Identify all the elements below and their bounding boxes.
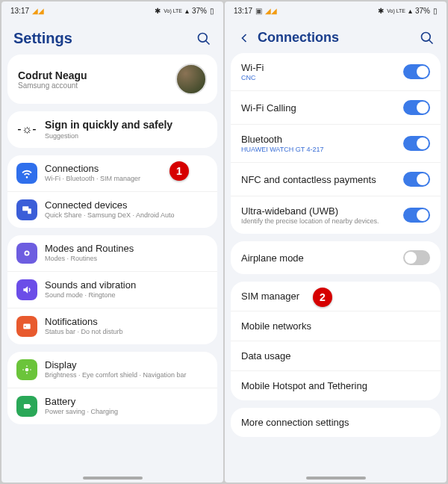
signal-icon: ▴ xyxy=(408,7,412,15)
wifi-calling-toggle[interactable] xyxy=(403,100,430,115)
svg-point-0 xyxy=(199,33,208,42)
home-indicator[interactable] xyxy=(83,477,143,480)
sound-icon xyxy=(16,279,37,300)
svg-rect-3 xyxy=(28,208,31,214)
home-indicator[interactable] xyxy=(306,477,366,480)
bt-icon: ✱ xyxy=(378,7,384,15)
svg-point-5 xyxy=(25,252,28,255)
badge-1: 1 xyxy=(169,161,189,181)
app-icons: ▣ xyxy=(255,7,262,15)
bulb-icon: -☼- xyxy=(16,119,37,140)
group-connections: ConnectionsWi-Fi · Bluetooth · SIM manag… xyxy=(7,155,217,228)
page-title: Connections xyxy=(258,30,339,46)
back-icon[interactable] xyxy=(237,31,252,46)
avatar[interactable] xyxy=(175,63,207,95)
wifi-icon xyxy=(16,163,37,184)
svg-line-16 xyxy=(429,40,433,43)
search-icon[interactable] xyxy=(196,31,211,46)
svg-line-1 xyxy=(206,40,210,44)
item-more-conn[interactable]: More connection settings xyxy=(231,408,441,437)
status-bar: 13:17▣◢◢ ✱Vo) LTE▴37%▯ xyxy=(225,1,447,19)
item-uwb[interactable]: Ultra-wideband (UWB)Identify the precise… xyxy=(231,196,441,234)
suggestion-sub: Suggestion xyxy=(45,132,208,140)
account-card[interactable]: Codrut Neagu Samsung account xyxy=(7,55,217,104)
header: Settings xyxy=(1,19,223,55)
signal-text: Vo) LTE xyxy=(387,8,405,13)
item-hotspot[interactable]: Mobile Hotspot and Tethering xyxy=(231,370,441,400)
battery-icon: ▯ xyxy=(210,7,214,15)
badge-2: 2 xyxy=(313,288,332,307)
item-data-usage[interactable]: Data usage xyxy=(231,341,441,370)
connections-screen: 13:17▣◢◢ ✱Vo) LTE▴37%▯ Connections Wi-Fi… xyxy=(225,1,447,483)
item-connections[interactable]: ConnectionsWi-Fi · Bluetooth · SIM manag… xyxy=(7,155,217,191)
group-more: More connection settings xyxy=(231,408,441,437)
item-battery[interactable]: BatteryPower saving · Charging xyxy=(7,388,217,424)
display-icon xyxy=(16,359,37,380)
settings-screen: 13:17◢◢ ✱Vo) LTE▴37%▯ Settings Codrut Ne… xyxy=(1,1,223,483)
wifi-toggle[interactable] xyxy=(403,64,430,79)
bluetooth-toggle[interactable] xyxy=(403,136,430,151)
battery-setting-icon xyxy=(16,396,37,417)
item-modes[interactable]: Modes and RoutinesModes · Routines xyxy=(7,235,217,271)
battery-icon: ▯ xyxy=(433,7,438,15)
account-sub: Samsung account xyxy=(18,81,87,90)
svg-rect-14 xyxy=(30,405,31,406)
item-airplane[interactable]: Airplane mode xyxy=(231,241,441,274)
group-display: DisplayBrightness · Eye comfort shield ·… xyxy=(7,352,217,424)
battery-text: 37% xyxy=(415,7,430,15)
bt-icon: ✱ xyxy=(155,7,161,15)
item-notifications[interactable]: NotificationsStatus bar · Do not disturb xyxy=(7,308,217,344)
search-icon[interactable] xyxy=(420,31,435,46)
item-wifi[interactable]: Wi-FiCNC xyxy=(231,53,441,90)
account-name: Codrut Neagu xyxy=(18,69,87,81)
svg-point-8 xyxy=(25,367,29,371)
item-wifi-calling[interactable]: Wi-Fi Calling xyxy=(231,90,441,124)
battery-text: 37% xyxy=(192,7,207,15)
svg-point-15 xyxy=(422,32,431,41)
item-bluetooth[interactable]: BluetoothHUAWEI WATCH GT 4-217 xyxy=(231,124,441,162)
svg-rect-2 xyxy=(22,206,28,211)
uwb-toggle[interactable] xyxy=(403,208,430,223)
suggestion-title: Sign in quickly and safely xyxy=(45,119,208,131)
item-connected-devices[interactable]: Connected devicesQuick Share · Samsung D… xyxy=(7,191,217,228)
item-display[interactable]: DisplayBrightness · Eye comfort shield ·… xyxy=(7,352,217,388)
nfc-toggle[interactable] xyxy=(403,172,430,187)
signal-text: Vo) LTE xyxy=(164,8,182,13)
clock: 13:17 xyxy=(234,7,252,15)
item-sim-manager[interactable]: SIM manager2 xyxy=(231,282,441,311)
group-modes: Modes and RoutinesModes · Routines Sound… xyxy=(7,235,217,344)
svg-rect-13 xyxy=(24,404,30,409)
item-sounds[interactable]: Sounds and vibrationSound mode · Rington… xyxy=(7,271,217,308)
svg-rect-6 xyxy=(23,323,30,329)
clock: 13:17 xyxy=(10,7,29,15)
devices-icon xyxy=(16,199,37,220)
signal-icon: ▴ xyxy=(185,7,189,15)
app-icons: ◢◢ xyxy=(32,7,44,15)
item-nfc[interactable]: NFC and contactless payments xyxy=(231,162,441,196)
group-mobile: SIM manager2 Mobile networks Data usage … xyxy=(231,282,441,400)
group-wireless: Wi-FiCNC Wi-Fi Calling BluetoothHUAWEI W… xyxy=(231,53,441,234)
airplane-toggle[interactable] xyxy=(403,250,430,265)
suggestion-card[interactable]: -☼- Sign in quickly and safely Suggestio… xyxy=(7,111,217,148)
header: Connections xyxy=(225,19,447,53)
svg-point-7 xyxy=(25,326,26,327)
modes-icon xyxy=(16,243,37,264)
group-airplane: Airplane mode xyxy=(231,241,441,274)
item-mobile-networks[interactable]: Mobile networks xyxy=(231,311,441,341)
status-bar: 13:17◢◢ ✱Vo) LTE▴37%▯ xyxy=(1,1,223,19)
page-title: Settings xyxy=(13,30,72,47)
notif-icon xyxy=(16,316,37,337)
